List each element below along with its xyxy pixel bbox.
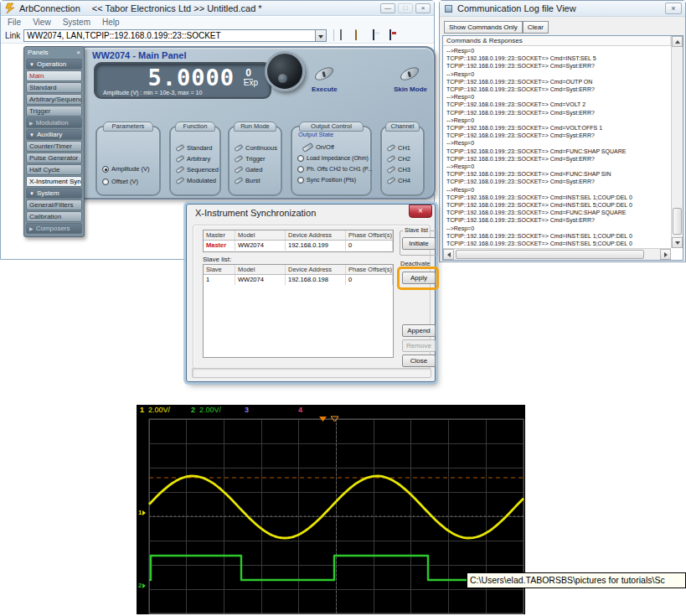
output-control-group: Output Control Output State On/Off Load … (291, 126, 372, 196)
switch-option[interactable]: Continuous (235, 142, 281, 153)
initiate-button[interactable]: Initiate (402, 237, 436, 250)
log-line: TCPIP::192.168.0.199::23::SOCKET=> Cmd=I… (446, 54, 670, 62)
scroll-left-button[interactable] (443, 249, 454, 260)
channel-options: CH1 CH2 CH3 CH4 (382, 142, 423, 186)
rotary-knob[interactable] (265, 51, 305, 91)
palette-item[interactable]: ▶ Composers (26, 223, 82, 234)
dialog-close-button[interactable]: × (409, 204, 432, 218)
palette-item[interactable]: ▼ Auxiliary (26, 129, 82, 140)
switch-option[interactable]: Arbitrary (176, 153, 219, 164)
close-button[interactable]: Close (402, 355, 436, 367)
maximize-button[interactable]: □ (398, 3, 413, 13)
toolbar-separator (333, 29, 334, 41)
switch-option[interactable]: CH2 (387, 153, 423, 164)
palette-item-label: Operation (37, 60, 66, 68)
palette-item[interactable]: Arbitrary/Sequence (26, 94, 82, 105)
radio-option[interactable]: Offset (V) (102, 175, 159, 188)
horizontal-scroll-thumb[interactable] (456, 250, 644, 259)
switch-option[interactable]: Burst (235, 175, 281, 186)
switch-option[interactable]: CH4 (387, 175, 423, 186)
output-state-label: Output State (298, 131, 333, 138)
minimize-button[interactable]: — (380, 3, 395, 13)
output-onoff-switch[interactable]: On/Off (302, 142, 334, 153)
table-cell: Master (204, 241, 235, 251)
ch2-marker-arrow-icon (142, 583, 146, 588)
radio-option[interactable]: Sync Position (Pts) (297, 174, 373, 185)
panels-palette-titlebar[interactable]: Panels × (24, 47, 84, 58)
close-button[interactable]: × (415, 3, 431, 13)
append-button[interactable]: Append (402, 324, 436, 337)
palette-item[interactable]: Counter/Timer (26, 141, 82, 152)
skin-mode-button[interactable] (399, 65, 421, 83)
scroll-right-button[interactable] (660, 249, 671, 260)
save-as-icon (389, 29, 391, 40)
menu-help[interactable]: Help (102, 18, 120, 27)
table-cell: 0 (346, 241, 393, 251)
palette-item[interactable]: General/Filters (26, 199, 82, 210)
horizontal-scrollbar[interactable] (443, 248, 671, 260)
scroll-down-button[interactable] (672, 237, 683, 248)
vertical-scrollbar[interactable] (671, 36, 683, 248)
arrow-down-icon (675, 241, 680, 245)
slave-table[interactable]: SlaveModelDevice AddressPhase Offset(s)1… (203, 264, 394, 358)
lcd-display[interactable]: 5.0000 0 Exp Amplitude (V) : min = 10e-3… (94, 62, 271, 99)
apply-button[interactable]: Apply (402, 272, 436, 284)
chevron-down-icon (318, 35, 323, 39)
switch-option[interactable]: Sequenced (176, 164, 219, 175)
radio-option[interactable]: Amplitude (V) (102, 163, 159, 175)
radio-option[interactable]: Load Impedance (Ohm) (297, 153, 373, 163)
palette-item[interactable]: Calibration (26, 211, 82, 222)
log-close-button[interactable]: × (665, 3, 682, 14)
switch-option[interactable]: CH3 (387, 164, 423, 175)
log-list[interactable]: Commands & Responses -->Resp=0 TCPIP::19… (442, 35, 683, 261)
palette-item[interactable]: ▼ Operation (26, 59, 82, 70)
vertical-scroll-thumb[interactable] (673, 208, 682, 235)
palette-item[interactable]: ▼ System (26, 188, 82, 199)
switch-option[interactable]: CH1 (387, 142, 423, 153)
execute-button[interactable] (313, 65, 336, 83)
x-instrument-sync-dialog: X-Instrument Synchronization × MasterMod… (186, 204, 436, 382)
main-panel-title: WW2074 - Main Panel (92, 50, 186, 60)
radio-label: Amplitude (V) (111, 165, 149, 173)
menu-file[interactable]: File (8, 18, 21, 27)
radio-option[interactable]: Ph. Offs CH2 to CH1 (P... (297, 163, 373, 174)
palette-item[interactable]: X-Instrument Sync (26, 176, 82, 187)
table-row[interactable]: 1WW2074192.168.0.1980 (204, 275, 393, 285)
open-file-button[interactable] (355, 30, 367, 41)
combobox-dropdown-button[interactable] (315, 30, 326, 41)
save-as-button[interactable] (389, 30, 400, 41)
switch-option[interactable]: Gated (235, 164, 281, 175)
switch-option[interactable]: Trigger (235, 153, 281, 164)
palette-item[interactable]: ▶ Modulation (26, 117, 82, 128)
clear-button[interactable]: Clear (523, 21, 549, 34)
arbconnection-titlebar[interactable]: ArbConnection << Tabor Electronics Ltd >… (1, 1, 434, 16)
save-file-button[interactable] (372, 30, 384, 41)
log-line: TCPIP::192.168.0.199::23::SOCKET=> Cmd=S… (446, 109, 670, 116)
log-window-titlebar[interactable]: Communication Log file View × (440, 1, 685, 17)
palette-item[interactable]: Main (26, 70, 82, 81)
palette-item-label: X-Instrument Sync (29, 178, 82, 185)
log-window-icon (445, 5, 452, 13)
show-commands-only-button[interactable]: Show Commands Only (444, 21, 523, 34)
switch-option[interactable]: Standard (176, 142, 219, 153)
lever-switch-icon (176, 166, 185, 174)
table-header-row: SlaveModelDevice AddressPhase Offset(s) (204, 265, 393, 275)
switch-option[interactable]: Modulated (176, 175, 219, 186)
log-line: TCPIP::192.168.0.199::23::SOCKET=> Cmd=S… (446, 216, 670, 224)
link-combobox[interactable]: WW2074, LAN,TCPIP::192.168.0.199::23::SO… (23, 29, 327, 42)
open-folder-icon (355, 29, 357, 40)
lever-switch-icon (302, 142, 314, 153)
switch-label: Standard (187, 144, 212, 152)
panels-palette-close-button[interactable]: × (76, 49, 80, 56)
table-row[interactable]: MasterWW2074192.168.0.1990 (204, 241, 393, 251)
palette-item[interactable]: Trigger (26, 106, 82, 116)
menu-view[interactable]: View (33, 18, 51, 27)
master-table[interactable]: MasterModelDevice AddressPhase Offset(s)… (203, 230, 394, 252)
palette-item[interactable]: Standard (26, 82, 82, 93)
switch-label: Sequenced (187, 166, 219, 173)
scroll-up-button[interactable] (672, 36, 683, 47)
palette-item[interactable]: Pulse Generator (26, 153, 82, 163)
menu-system[interactable]: System (63, 18, 90, 27)
new-file-button[interactable] (338, 30, 350, 41)
palette-item[interactable]: Half Cycle (26, 164, 82, 175)
